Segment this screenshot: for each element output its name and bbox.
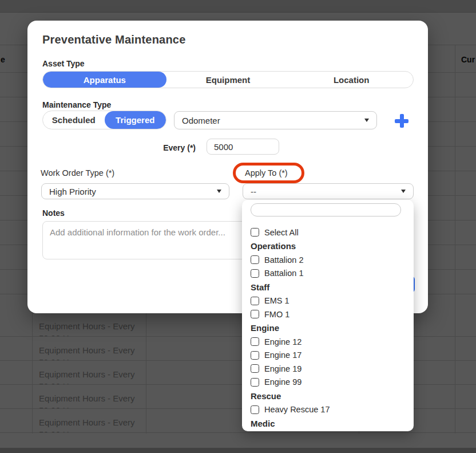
option-label: Engine 12 xyxy=(264,337,302,346)
trigger-type-select[interactable]: Odometer xyxy=(174,111,377,129)
checkbox-icon[interactable] xyxy=(251,337,259,346)
option-heavy-rescue-17[interactable]: Heavy Rescue 17 xyxy=(251,403,405,417)
work-order-type-label: Work Order Type (*) xyxy=(41,168,114,178)
chevron-down-icon xyxy=(364,119,369,122)
option-label: Battalion 2 xyxy=(264,255,304,265)
option-engine-17[interactable]: Engine 17 xyxy=(251,349,405,363)
segment-scheduled[interactable]: Scheduled xyxy=(43,111,105,129)
group-header-engine: Engine xyxy=(251,321,405,336)
dropdown-option-list: Select All OperationsBattalion 2Battalio… xyxy=(242,226,414,431)
option-ems-1[interactable]: EMS 1 xyxy=(251,294,405,308)
option-engine-12[interactable]: Engine 12 xyxy=(251,335,405,349)
asset-type-tab-bar: ApparatusEquipmentLocation xyxy=(42,71,414,88)
tab-location[interactable]: Location xyxy=(289,72,413,88)
checkbox-icon[interactable] xyxy=(251,310,259,318)
screen: e Cur Equipment Hours - Every50.00 Hours… xyxy=(0,0,476,453)
every-input[interactable] xyxy=(207,139,279,155)
option-fmo-1[interactable]: FMO 1 xyxy=(251,308,405,321)
trigger-type-select-value: Odometer xyxy=(182,116,220,125)
apply-to-label: Apply To (*) xyxy=(245,168,288,178)
option-label: EMS 1 xyxy=(264,296,289,305)
option-battalion-1[interactable]: Battalion 1 xyxy=(251,267,405,281)
group-header-operations: Operations xyxy=(251,239,405,254)
checkbox-icon[interactable] xyxy=(251,255,259,264)
group-header-rescue: Rescue xyxy=(251,389,405,403)
option-label: Select All xyxy=(264,228,299,237)
chevron-down-icon xyxy=(217,190,221,193)
group-header-staff: Staff xyxy=(251,280,405,294)
checkbox-icon[interactable] xyxy=(251,228,259,237)
modal-title: Preventative Maintenance xyxy=(42,33,185,46)
option-label: Engine 99 xyxy=(264,377,302,387)
asset-type-label: Asset Type xyxy=(42,59,85,68)
option-label: Battalion 1 xyxy=(264,269,304,278)
segment-triggered[interactable]: Triggered xyxy=(105,111,166,129)
maintenance-type-toggle: ScheduledTriggered xyxy=(42,111,166,129)
every-label: Every (*) xyxy=(121,143,196,152)
group-header-medic: Medic xyxy=(251,416,405,431)
chevron-down-icon xyxy=(401,190,406,193)
option-battalion-2[interactable]: Battalion 2 xyxy=(251,253,405,267)
tab-apparatus[interactable]: Apparatus xyxy=(43,72,166,88)
dropdown-search-input[interactable] xyxy=(251,203,401,216)
checkbox-icon[interactable] xyxy=(251,364,259,373)
add-trigger-icon[interactable] xyxy=(394,113,409,128)
notes-label: Notes xyxy=(42,208,65,218)
checkbox-icon[interactable] xyxy=(251,269,259,278)
apply-to-select-value: -- xyxy=(251,187,256,196)
maintenance-type-label: Maintenance Type xyxy=(42,100,111,109)
tab-equipment[interactable]: Equipment xyxy=(166,72,290,88)
apply-to-select[interactable]: -- xyxy=(243,183,414,199)
option-label: Engine 17 xyxy=(264,350,302,360)
checkbox-icon[interactable] xyxy=(251,378,259,387)
checkbox-icon[interactable] xyxy=(251,405,259,414)
work-order-type-select-value: High Priority xyxy=(49,187,96,196)
option-label: Heavy Rescue 17 xyxy=(264,405,330,414)
apply-to-dropdown-panel: Select All OperationsBattalion 2Battalio… xyxy=(242,200,414,431)
work-order-type-select[interactable]: High Priority xyxy=(41,183,229,199)
checkbox-icon[interactable] xyxy=(251,297,259,305)
checkbox-icon[interactable] xyxy=(251,351,259,360)
option-label: Engine 19 xyxy=(264,364,302,373)
option-label: FMO 1 xyxy=(264,310,289,319)
option-engine-19[interactable]: Engine 19 xyxy=(251,362,405,376)
option-engine-99[interactable]: Engine 99 xyxy=(251,376,405,389)
select-all-option[interactable]: Select All xyxy=(251,226,405,239)
